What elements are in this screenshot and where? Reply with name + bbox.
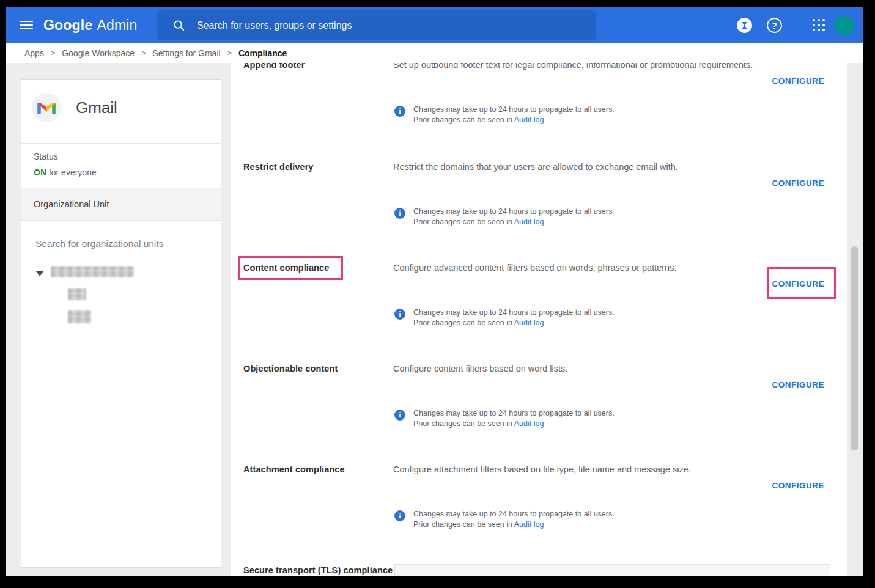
chevron-separator-icon: > bbox=[141, 49, 146, 57]
note-line1: Changes may take up to 24 hours to propa… bbox=[413, 207, 615, 217]
setting-description: Set up outbound footer text for legal co… bbox=[393, 63, 809, 70]
audit-log-link[interactable]: Audit log bbox=[514, 318, 544, 327]
propagation-note: i Changes may take up to 24 hours to pro… bbox=[394, 105, 615, 125]
org-unit-header: Organizational Unit bbox=[21, 188, 221, 221]
settings-row: Secure transport (TLS) compliance i bbox=[243, 565, 824, 576]
service-title: Gmail bbox=[76, 98, 117, 117]
help-icon[interactable]: ? bbox=[767, 18, 782, 33]
status-label: Status bbox=[34, 152, 58, 161]
scrollbar-thumb[interactable] bbox=[851, 246, 858, 450]
info-icon: i bbox=[394, 410, 405, 421]
search-input[interactable] bbox=[196, 20, 586, 32]
chevron-separator-icon: > bbox=[227, 49, 232, 57]
setting-description: Restrict the domains that your users are… bbox=[393, 162, 809, 172]
propagation-note: i Changes may take up to 24 hours to pro… bbox=[394, 408, 615, 429]
brand-admin: Admin bbox=[97, 17, 137, 34]
note-line2: Prior changes can be seen in Audit log bbox=[413, 217, 615, 227]
scrollbar-track bbox=[847, 63, 863, 576]
info-icon: i bbox=[394, 510, 405, 521]
menu-icon[interactable] bbox=[20, 19, 33, 31]
note-line1: Changes may take up to 24 hours to propa… bbox=[413, 307, 615, 318]
configure-button[interactable]: CONFIGURE bbox=[772, 279, 825, 288]
top-app-bar: Google Admin ? bbox=[6, 7, 863, 43]
audit-log-link[interactable]: Audit log bbox=[514, 116, 544, 124]
admin-console-window: Google Admin ? Apps > Google Workspace bbox=[6, 7, 863, 576]
global-search[interactable] bbox=[157, 10, 596, 40]
org-unit-search-input[interactable] bbox=[35, 237, 207, 254]
setting-title: Content compliance bbox=[243, 263, 393, 273]
note-line2: Prior changes can be seen in Audit log bbox=[413, 520, 615, 530]
propagation-note: i Changes may take up to 24 hours to pro… bbox=[394, 509, 615, 530]
breadcrumb-settings-for-gmail[interactable]: Settings for Gmail bbox=[152, 48, 220, 58]
settings-row: Objectionable content Configure content … bbox=[243, 364, 824, 455]
configure-button[interactable]: CONFIGURE bbox=[772, 76, 825, 86]
settings-row: Content compliance Configure advanced co… bbox=[243, 263, 824, 355]
setting-title: Append footer bbox=[243, 63, 393, 70]
setting-description: Configure content filters based on word … bbox=[393, 364, 809, 373]
setting-title: Objectionable content bbox=[243, 364, 393, 373]
setting-title: Attachment compliance bbox=[243, 465, 393, 474]
note-line1: Changes may take up to 24 hours to propa… bbox=[413, 105, 615, 115]
audit-log-link[interactable]: Audit log bbox=[514, 419, 544, 428]
note-line2: Prior changes can be seen in Audit log bbox=[413, 115, 615, 125]
setting-title: Secure transport (TLS) compliance bbox=[243, 565, 393, 575]
user-avatar[interactable] bbox=[834, 15, 854, 35]
org-unit-child-redacted[interactable] bbox=[68, 310, 91, 323]
settings-row: Attachment compliance Configure attachme… bbox=[243, 465, 824, 556]
org-unit-child-redacted[interactable] bbox=[68, 288, 86, 300]
configure-button[interactable]: CONFIGURE bbox=[772, 481, 825, 490]
hourglass-icon[interactable] bbox=[737, 18, 752, 33]
breadcrumb-apps[interactable]: Apps bbox=[24, 48, 44, 58]
setting-description: Configure advanced content filters based… bbox=[393, 263, 809, 273]
propagation-note: i Changes may take up to 24 hours to pro… bbox=[394, 307, 615, 328]
gmail-service-card: Gmail Status ON for everyone Organizatio… bbox=[21, 79, 221, 568]
org-unit-root-redacted[interactable] bbox=[51, 266, 134, 277]
apps-grid-icon[interactable] bbox=[813, 19, 826, 32]
configure-button[interactable]: CONFIGURE bbox=[772, 178, 825, 188]
propagation-note: i Changes may take up to 24 hours to pro… bbox=[394, 207, 615, 227]
settings-row: Restrict delivery Restrict the domains t… bbox=[243, 162, 824, 254]
info-icon: i bbox=[394, 309, 405, 320]
info-icon: i bbox=[394, 106, 405, 117]
note-line2: Prior changes can be seen in Audit log bbox=[413, 318, 615, 328]
brand-google: Google bbox=[43, 17, 92, 34]
settings-row: Append footer Set up outbound footer tex… bbox=[243, 63, 824, 152]
status-on-badge: ON bbox=[34, 167, 46, 177]
chevron-separator-icon: > bbox=[51, 49, 55, 57]
sidebar: Gmail Status ON for everyone Organizatio… bbox=[6, 63, 231, 576]
note-line1: Changes may take up to 24 hours to propa… bbox=[413, 408, 615, 419]
setting-panel bbox=[394, 564, 830, 576]
breadcrumb: Apps > Google Workspace > Settings for G… bbox=[6, 43, 863, 63]
status-value: ON for everyone bbox=[34, 167, 97, 177]
audit-log-link[interactable]: Audit log bbox=[514, 520, 544, 529]
audit-log-link[interactable]: Audit log bbox=[514, 218, 544, 226]
collapse-arrow-icon[interactable] bbox=[36, 271, 43, 276]
configure-button[interactable]: CONFIGURE bbox=[772, 380, 825, 389]
info-icon: i bbox=[394, 208, 405, 219]
note-line1: Changes may take up to 24 hours to propa… bbox=[413, 509, 615, 520]
note-line2: Prior changes can be seen in Audit log bbox=[413, 419, 615, 429]
breadcrumb-current-compliance: Compliance bbox=[238, 48, 287, 58]
gmail-logo-icon bbox=[32, 93, 61, 122]
settings-list: Append footer Set up outbound footer tex… bbox=[231, 63, 847, 576]
google-admin-logo[interactable]: Google Admin bbox=[43, 7, 138, 43]
setting-description: Configure attachment filters based on fi… bbox=[393, 465, 809, 474]
setting-title: Restrict delivery bbox=[243, 162, 393, 172]
search-icon bbox=[173, 20, 185, 31]
breadcrumb-google-workspace[interactable]: Google Workspace bbox=[62, 48, 135, 58]
